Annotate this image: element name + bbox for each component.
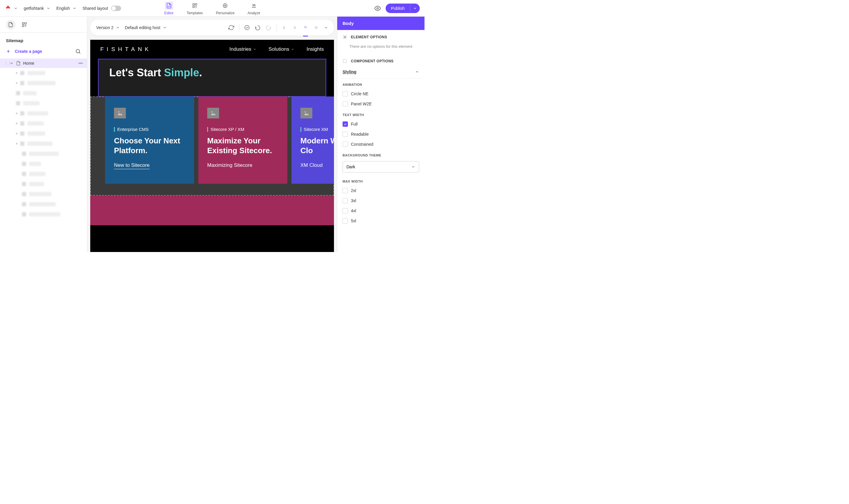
grid-add-icon bbox=[22, 22, 27, 27]
tree-item-label: Home bbox=[23, 61, 76, 66]
tree-item-blurred bbox=[0, 199, 87, 209]
toggle-switch[interactable] bbox=[111, 6, 121, 11]
app-logo-icon[interactable] bbox=[5, 5, 11, 12]
card-title: Modern With Si XM Clo bbox=[301, 136, 334, 155]
device-mobile-icon[interactable] bbox=[281, 25, 287, 31]
sidebar-tab-pages[interactable] bbox=[6, 20, 15, 30]
card-tag: Enterprise CMS bbox=[114, 127, 185, 132]
selected-element-header: Body bbox=[337, 17, 424, 30]
svg-rect-13 bbox=[294, 27, 296, 29]
redo-icon[interactable] bbox=[265, 25, 271, 31]
checkbox-full[interactable]: Full bbox=[337, 119, 424, 129]
create-page-button[interactable]: Create a page bbox=[6, 49, 42, 54]
nav-item-insights[interactable]: Insights bbox=[306, 46, 324, 52]
refresh-icon[interactable] bbox=[228, 25, 234, 31]
site-selector[interactable]: getfishtank bbox=[24, 6, 51, 11]
nav-item-industries[interactable]: Industries bbox=[230, 46, 257, 52]
left-sidebar: Sitemap Create a page ⋮⋮ Home ••• bbox=[0, 17, 87, 252]
more-icon[interactable]: ••• bbox=[78, 61, 83, 66]
image-placeholder-icon bbox=[114, 108, 126, 119]
preview-icon[interactable] bbox=[374, 5, 381, 12]
drag-handle-icon[interactable]: ⋮⋮ bbox=[4, 61, 7, 65]
canvas-toolbar: Version 2 Default editing host bbox=[90, 20, 334, 36]
hero-section[interactable]: Let's Start Simple. bbox=[98, 59, 326, 97]
checkbox-4xl[interactable]: 4xl bbox=[337, 206, 424, 216]
chevron-down-icon bbox=[253, 48, 256, 51]
sidebar-tabs bbox=[0, 17, 87, 33]
chevron-down-icon bbox=[413, 6, 417, 10]
svg-point-3 bbox=[224, 5, 226, 6]
canvas-area: Version 2 Default editing host bbox=[87, 17, 337, 252]
checkbox[interactable] bbox=[343, 208, 348, 213]
card-link[interactable]: New to Sitecore bbox=[114, 162, 150, 169]
tab-personalize[interactable]: Personalize bbox=[216, 1, 235, 15]
checkbox-2xl[interactable]: 2xl bbox=[337, 185, 424, 196]
checkbox-5xl[interactable]: 5xl bbox=[337, 216, 424, 226]
check-circle-icon[interactable] bbox=[244, 25, 250, 31]
tab-analyze[interactable]: Analyze bbox=[248, 1, 260, 15]
sidebar-tab-components[interactable] bbox=[20, 20, 29, 30]
checkbox[interactable] bbox=[343, 121, 348, 127]
tree-item-blurred bbox=[0, 119, 87, 128]
tree-item-blurred bbox=[0, 189, 87, 199]
card-link[interactable]: Maximizing Sitecore bbox=[207, 162, 252, 169]
card-enterprise-cms[interactable]: Enterprise CMS Choose Your Next Platform… bbox=[105, 96, 194, 184]
version-label: Version 2 bbox=[96, 25, 113, 30]
tab-editor[interactable]: Editor bbox=[164, 1, 173, 15]
svg-rect-0 bbox=[193, 3, 194, 5]
shared-layout-toggle[interactable]: Shared layout bbox=[83, 6, 121, 11]
dashed-box-icon bbox=[343, 35, 347, 39]
chevron-down-icon[interactable] bbox=[14, 6, 18, 11]
page-icon bbox=[8, 22, 13, 27]
preview-site-header: FISHTANK Industries Solutions bbox=[90, 40, 334, 59]
chevron-down-icon bbox=[163, 25, 167, 30]
tree-item-blurred bbox=[0, 179, 87, 189]
checkbox[interactable] bbox=[343, 142, 348, 147]
publish-dropdown[interactable] bbox=[410, 4, 420, 13]
device-desktop-icon[interactable] bbox=[313, 25, 319, 31]
host-selector[interactable]: Default editing host bbox=[125, 25, 167, 30]
nav-item-solutions[interactable]: Solutions bbox=[268, 46, 294, 52]
tree-item-blurred bbox=[0, 139, 87, 149]
checkbox[interactable] bbox=[343, 101, 348, 107]
chevron-down-icon bbox=[46, 6, 51, 11]
card-link[interactable]: XM Cloud bbox=[301, 162, 323, 169]
checkbox-3xl[interactable]: 3xl bbox=[337, 196, 424, 206]
templates-icon bbox=[191, 1, 199, 10]
component-options-header: COMPONENT OPTIONS bbox=[337, 54, 424, 67]
chevron-down-icon[interactable] bbox=[10, 61, 14, 65]
cards-section[interactable]: Enterprise CMS Choose Your Next Platform… bbox=[90, 96, 334, 196]
version-selector[interactable]: Version 2 bbox=[96, 25, 120, 30]
analyze-icon bbox=[250, 1, 258, 10]
search-icon[interactable] bbox=[75, 48, 81, 54]
card-tag: Sitecore XP / XM bbox=[207, 127, 278, 132]
bg-theme-select[interactable]: Dark bbox=[343, 161, 419, 173]
sitemap-tree: ⋮⋮ Home ••• bbox=[0, 58, 87, 252]
card-sitecore-xm[interactable]: Sitecore XM Modern With Si XM Clo XM Clo… bbox=[291, 96, 334, 184]
tab-templates[interactable]: Templates bbox=[187, 1, 203, 15]
svg-rect-31 bbox=[343, 60, 347, 63]
checkbox[interactable] bbox=[343, 188, 348, 193]
checkbox[interactable] bbox=[343, 198, 348, 203]
device-desktop-small-icon[interactable] bbox=[303, 24, 308, 30]
host-label: Default editing host bbox=[125, 25, 160, 30]
checkbox[interactable] bbox=[343, 218, 348, 223]
language-selector[interactable]: English bbox=[56, 6, 77, 11]
checkbox[interactable] bbox=[343, 131, 348, 137]
publish-main[interactable]: Publish bbox=[385, 3, 410, 13]
checkbox-panel-w2e[interactable]: Panel W2E bbox=[337, 99, 424, 109]
svg-rect-11 bbox=[284, 27, 284, 29]
checkbox-circle-ne[interactable]: Circle NE bbox=[337, 89, 424, 99]
device-tablet-icon[interactable] bbox=[292, 25, 298, 31]
card-sitecore-xp[interactable]: Sitecore XP / XM Maximize Your Existing … bbox=[198, 96, 287, 184]
chevron-down-icon[interactable] bbox=[324, 25, 328, 30]
checkbox[interactable] bbox=[343, 91, 348, 96]
canvas[interactable]: FISHTANK Industries Solutions bbox=[90, 40, 334, 252]
svg-rect-1 bbox=[195, 3, 197, 5]
tree-item-home[interactable]: ⋮⋮ Home ••• bbox=[0, 58, 87, 68]
checkbox-readable[interactable]: Readable bbox=[337, 129, 424, 139]
checkbox-constrained[interactable]: Constrained bbox=[337, 139, 424, 149]
tab-label: Editor bbox=[164, 11, 173, 15]
undo-icon[interactable] bbox=[255, 25, 260, 31]
styling-section-toggle[interactable]: Styling bbox=[337, 67, 424, 79]
